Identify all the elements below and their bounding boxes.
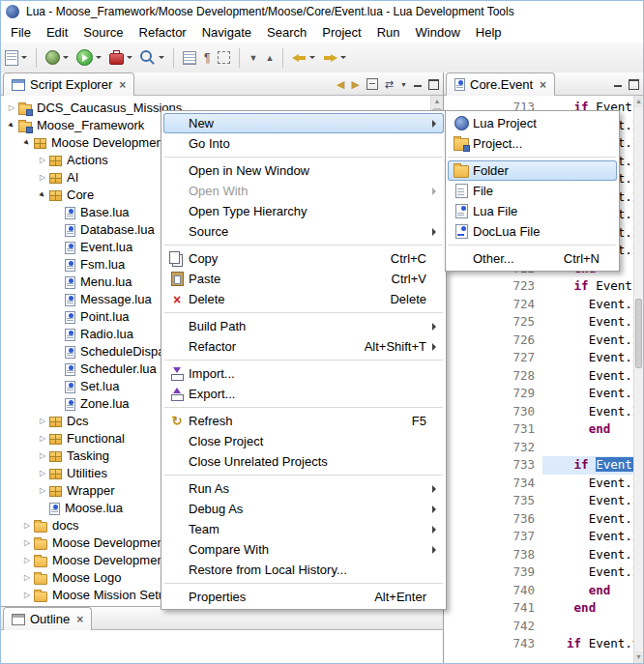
- debug-button[interactable]: [43, 46, 72, 70]
- twistie-collapsed-icon[interactable]: ▷: [36, 465, 49, 482]
- twistie-collapsed-icon[interactable]: ▷: [36, 482, 49, 500]
- tab-script-explorer[interactable]: Script Explorer ×: [3, 72, 134, 96]
- menu-project[interactable]: Project: [314, 22, 368, 43]
- code-line-729: 729 Event.IniDCSGroupName = Event.IniDCS…: [444, 385, 633, 403]
- scroll-down-icon[interactable]: ▼: [634, 651, 643, 663]
- line-number: 739: [444, 563, 542, 582]
- menu-item-team[interactable]: Team: [163, 519, 444, 539]
- collapse-all-icon[interactable]: [366, 78, 378, 90]
- link-with-editor-icon[interactable]: ⇄: [385, 78, 394, 91]
- menu-source[interactable]: Source: [75, 22, 131, 43]
- menu-item-restore-from-local-history[interactable]: Restore from Local History...: [163, 560, 444, 580]
- menu-run[interactable]: Run: [369, 22, 408, 43]
- menu-item-export[interactable]: Export...: [163, 384, 444, 404]
- show-whitespace-button[interactable]: ¶: [201, 46, 213, 70]
- menu-item-source[interactable]: Source: [163, 221, 444, 242]
- menu-item-paste[interactable]: PasteCtrl+V: [163, 269, 444, 289]
- menu-item-close-project[interactable]: Close Project: [163, 431, 444, 451]
- tab-core-event[interactable]: Core.Event ×: [446, 72, 555, 96]
- twistie-collapsed-icon[interactable]: ▷: [20, 569, 34, 587]
- maximize-icon[interactable]: [428, 79, 439, 90]
- dropdown-caret-icon[interactable]: [21, 56, 27, 59]
- maximize-icon[interactable]: [629, 79, 639, 90]
- menu-item-delete[interactable]: ×DeleteDelete: [163, 289, 444, 309]
- menu-search[interactable]: Search: [259, 22, 314, 43]
- menu-item-close-unrelated-projects[interactable]: Close Unrelated Projects: [163, 451, 444, 472]
- scrollbar-thumb[interactable]: [635, 299, 642, 368]
- forward-button[interactable]: [320, 46, 349, 70]
- menu-item-folder[interactable]: Folder: [448, 160, 617, 181]
- submenu-arrow-icon: [432, 481, 442, 496]
- menu-item-project[interactable]: Project...: [448, 133, 617, 154]
- menu-item-go-into[interactable]: Go Into: [163, 133, 444, 154]
- menu-item-properties[interactable]: PropertiesAlt+Enter: [163, 587, 444, 607]
- menu-item-refactor[interactable]: RefactorAlt+Shift+T: [163, 336, 444, 357]
- twistie-collapsed-icon[interactable]: ▷: [20, 552, 34, 569]
- dropdown-caret-icon[interactable]: [159, 56, 164, 59]
- dropdown-caret-icon[interactable]: [96, 56, 102, 59]
- twistie-collapsed-icon[interactable]: ▷: [36, 413, 49, 430]
- view-menu-icon[interactable]: ▼: [400, 81, 407, 88]
- menu-item-run-as[interactable]: Run As: [163, 478, 444, 499]
- menu-item-label: File: [473, 184, 582, 198]
- menu-navigate[interactable]: Navigate: [194, 22, 259, 43]
- twistie-collapsed-icon[interactable]: ▷: [36, 430, 49, 447]
- menu-item-lua-project[interactable]: Lua Project: [448, 113, 617, 133]
- menu-item-copy[interactable]: CopyCtrl+C: [163, 248, 444, 269]
- scroll-up-icon[interactable]: ▲: [634, 96, 643, 107]
- new-wizard-button[interactable]: [2, 46, 30, 70]
- minimize-icon[interactable]: [414, 85, 422, 87]
- menu-edit[interactable]: Edit: [39, 22, 75, 43]
- dropdown-caret-icon[interactable]: [309, 56, 315, 59]
- menu-item-lua-file[interactable]: Lua File: [448, 201, 617, 221]
- twistie-collapsed-icon[interactable]: ▷: [5, 100, 18, 117]
- menu-item-compare-with[interactable]: Compare With: [163, 539, 444, 560]
- twistie-collapsed-icon[interactable]: ▷: [36, 447, 49, 465]
- twistie-collapsed-icon[interactable]: ▷: [36, 152, 49, 169]
- line-number: 736: [444, 510, 542, 529]
- block-selection-button[interactable]: [215, 46, 233, 70]
- scroll-up-icon[interactable]: ▲: [431, 96, 443, 107]
- search-button[interactable]: [137, 46, 167, 70]
- menu-item-other[interactable]: Other...Ctrl+N: [448, 248, 617, 269]
- code-line-742: 742: [444, 618, 633, 636]
- dropdown-caret-icon[interactable]: [63, 56, 69, 59]
- selected-text: Event.: [596, 457, 633, 472]
- previous-annotation-button[interactable]: ▲: [262, 46, 277, 70]
- next-annotation-button[interactable]: ▼: [246, 46, 260, 70]
- menu-item-new[interactable]: New: [163, 113, 444, 133]
- editor-scrollbar[interactable]: ▲ ▼: [633, 96, 643, 663]
- twistie-collapsed-icon[interactable]: ▷: [20, 517, 34, 534]
- external-tools-button[interactable]: [106, 46, 135, 70]
- menu-item-doclua-file[interactable]: DocLua File: [448, 221, 617, 242]
- twistie-collapsed-icon[interactable]: ▷: [20, 534, 34, 552]
- tab-outline[interactable]: Outline ×: [3, 607, 92, 630]
- run-button[interactable]: [73, 46, 104, 70]
- menu-item-open-type-hierarchy[interactable]: Open Type Hierarchy: [163, 201, 444, 221]
- dropdown-caret-icon[interactable]: [340, 56, 346, 59]
- menu-item-import[interactable]: Import...: [163, 363, 444, 384]
- code-text: Event.IniDCSUnitName = Event.IniDCSUnit:…: [552, 332, 633, 350]
- menu-item-refresh[interactable]: ↻RefreshF5: [163, 411, 444, 431]
- mark-occurrences-button[interactable]: [180, 46, 199, 70]
- twistie-collapsed-icon[interactable]: ▷: [36, 169, 49, 187]
- package-icon: [49, 451, 62, 462]
- menu-item-open-in-new-window[interactable]: Open in New Window: [163, 160, 444, 181]
- minimize-icon[interactable]: [614, 85, 622, 87]
- back-arrow-icon[interactable]: ◀: [337, 78, 344, 91]
- menu-help[interactable]: Help: [468, 22, 510, 43]
- outline-body: [1, 630, 443, 663]
- dropdown-caret-icon[interactable]: [127, 56, 132, 59]
- close-icon[interactable]: ×: [76, 614, 83, 625]
- menu-item-file[interactable]: File: [448, 181, 617, 201]
- menu-window[interactable]: Window: [408, 22, 468, 43]
- menu-item-build-path[interactable]: Build Path: [163, 316, 444, 336]
- twistie-collapsed-icon[interactable]: ▷: [20, 587, 34, 604]
- menu-item-debug-as[interactable]: Debug As: [163, 499, 444, 519]
- forward-arrow-icon[interactable]: ▶: [351, 78, 359, 91]
- close-icon[interactable]: ×: [540, 79, 546, 91]
- close-icon[interactable]: ×: [119, 79, 126, 91]
- menu-refactor[interactable]: Refactor: [132, 22, 194, 43]
- menu-file[interactable]: File: [3, 22, 39, 43]
- back-button[interactable]: [289, 46, 318, 70]
